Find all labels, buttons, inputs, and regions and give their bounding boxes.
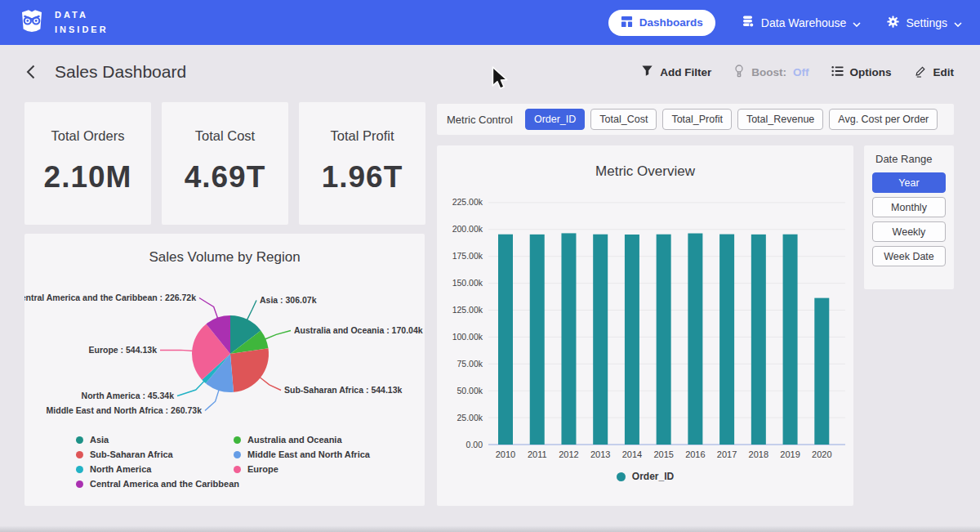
date-range-button-year[interactable]: Year (872, 172, 946, 193)
sales-dashboard-screen: DATA INSIDER Dashboards (0, 0, 980, 532)
legend-label: Middle East and North Africa (247, 449, 370, 459)
page-title: Sales Dashboard (55, 62, 186, 82)
legend-dot (234, 436, 241, 444)
date-range-label: Date Range (875, 153, 946, 165)
date-range-button-weekly[interactable]: Weekly (872, 221, 946, 242)
legend-item-asia[interactable]: Asia (76, 435, 239, 445)
date-range-button-week-date[interactable]: Week Date (872, 246, 946, 266)
pie-leader-line (264, 331, 291, 340)
bar-2013 (593, 235, 608, 445)
options-button[interactable]: Options (831, 65, 892, 79)
kpi-value: 1.96T (322, 160, 403, 194)
legend-item-middle-east-and-north-africa[interactable]: Middle East and North Africa (234, 449, 370, 459)
y-tick-label: 150.00k (452, 278, 483, 288)
metric-control-bar: Metric Control Order_IDTotal_CostTotal_P… (437, 104, 954, 135)
pie-label-central-america-and-the-caribbean: Central America and the Caribbean : 226.… (24, 293, 196, 302)
owl-logo-icon (18, 7, 46, 38)
brand-logo[interactable]: DATA INSIDER (18, 7, 109, 38)
list-icon (831, 65, 844, 79)
add-filter-button[interactable]: Add Filter (641, 65, 711, 79)
legend-item-sub-saharan-africa[interactable]: Sub-Saharan Africa (76, 449, 239, 459)
dashboards-label: Dashboards (639, 16, 703, 29)
pie-label-europe: Europe : 544.13k (89, 345, 158, 355)
header-actions: Add Filter Boost: Off (641, 65, 954, 80)
pie-leader-line (247, 301, 256, 321)
legend-label: Australia and Oceania (247, 435, 342, 445)
bar-2019 (783, 235, 798, 445)
data-warehouse-label: Data Warehouse (761, 16, 847, 29)
legend-item-australia-and-oceania[interactable]: Australia and Oceania (234, 435, 370, 445)
metric-button-order-id[interactable]: Order_ID (525, 109, 585, 130)
pie-leader-line (259, 377, 281, 391)
brand-name: DATA INSIDER (55, 8, 109, 36)
pie-label-sub-saharan-africa: Sub-Saharan Africa : 544.13k (284, 385, 402, 395)
x-tick-label: 2015 (653, 449, 673, 459)
legend-dot (234, 466, 241, 473)
kpi-card-total-cost: Total Cost 4.69T (162, 102, 288, 225)
date-range-buttons: YearMonthlyWeeklyWeek Date (872, 172, 946, 266)
legend-label: Sub-Saharan Africa (90, 449, 173, 459)
legend-dot (76, 436, 83, 444)
bar-2016 (688, 234, 702, 445)
back-button[interactable] (26, 65, 35, 79)
y-tick-label: 25.00k (457, 413, 483, 422)
filter-funnel-icon (641, 65, 653, 79)
metric-overview-card: Metric Overview 0.0025.00k50.00k75.00k10… (437, 145, 853, 506)
metric-button-avg-cost-per-order[interactable]: Avg. Cost per Order (829, 109, 938, 130)
kpi-label: Total Profit (331, 128, 394, 144)
y-tick-label: 100.00k (452, 332, 483, 342)
bar-chart: 0.0025.00k50.00k75.00k100.00k125.00k150.… (437, 191, 853, 466)
x-tick-label: 2012 (559, 449, 578, 459)
settings-label: Settings (906, 16, 947, 29)
bar-2012 (561, 233, 576, 445)
kpi-label: Total Cost (195, 128, 255, 144)
x-tick-label: 2017 (717, 449, 737, 459)
y-tick-label: 0.00 (466, 440, 483, 449)
sales-volume-card: Sales Volume by Region Asia : 306.07kAus… (24, 234, 425, 506)
metric-button-total-profit[interactable]: Total_Profit (662, 109, 732, 130)
pie-legend-column-1: AsiaSub-Saharan AfricaNorth AmericaCentr… (76, 435, 239, 489)
x-tick-label: 2020 (812, 449, 831, 459)
bar-2011 (530, 235, 545, 445)
legend-label: Order_ID (632, 471, 674, 482)
gear-icon (887, 16, 899, 30)
legend-item-europe[interactable]: Europe (234, 464, 370, 474)
y-tick-label: 50.00k (457, 386, 483, 396)
dashboards-button[interactable]: Dashboards (608, 10, 715, 36)
x-tick-label: 2016 (685, 449, 705, 459)
pie-leader-line (199, 298, 218, 320)
x-tick-label: 2013 (590, 449, 610, 459)
metric-button-total-revenue[interactable]: Total_Revenue (737, 109, 823, 130)
kpi-card-total-profit: Total Profit 1.96T (299, 102, 425, 225)
bar-2014 (625, 235, 639, 445)
pie-slice-sub-saharan-africa (230, 348, 269, 392)
legend-item-central-america-and-the-caribbean[interactable]: Central America and the Caribbean (76, 479, 239, 489)
pie-label-middle-east-and-north-africa: Middle East and North Africa : 260.73k (47, 405, 203, 415)
chevron-down-icon (853, 16, 861, 29)
nav-actions: Dashboards Data Warehouse (608, 10, 962, 36)
database-icon (742, 15, 755, 30)
data-warehouse-menu[interactable]: Data Warehouse (742, 15, 862, 30)
balloon-icon (733, 65, 745, 80)
metric-control-label: Metric Control (447, 114, 513, 126)
page-header: Sales Dashboard Add Filter Boost: Off (0, 45, 980, 99)
x-tick-label: 2011 (528, 449, 547, 459)
pie-leader-line (160, 350, 194, 351)
top-nav: DATA INSIDER Dashboards (0, 0, 980, 45)
legend-label: Central America and the Caribbean (90, 479, 239, 489)
y-tick-label: 200.00k (452, 224, 483, 234)
date-range-panel: Date Range YearMonthlyWeeklyWeek Date (864, 145, 954, 289)
settings-menu[interactable]: Settings (887, 16, 962, 30)
y-tick-label: 125.00k (452, 305, 483, 315)
pie-label-north-america: North America : 45.34k (82, 391, 175, 400)
legend-item-north-america[interactable]: North America (76, 464, 239, 474)
legend-dot (76, 481, 83, 488)
edit-button[interactable]: Edit (914, 65, 955, 80)
date-range-button-monthly[interactable]: Monthly (872, 197, 946, 217)
bar-2015 (657, 235, 671, 445)
metric-button-total-cost[interactable]: Total_Cost (590, 109, 657, 130)
boost-toggle[interactable]: Boost: Off (733, 65, 808, 80)
bar-chart-legend: Order_ID (437, 471, 853, 482)
bar-2017 (719, 235, 734, 445)
legend-dot (76, 451, 83, 458)
